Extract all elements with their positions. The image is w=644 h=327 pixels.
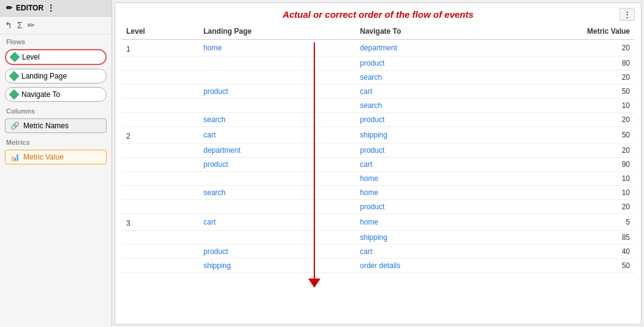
landing-page-link[interactable]: product bbox=[203, 160, 228, 169]
navigate-to-link[interactable]: product bbox=[360, 202, 385, 211]
cell-level bbox=[121, 99, 199, 113]
cell-level bbox=[121, 231, 199, 245]
navigate-to-link[interactable]: shipping bbox=[360, 131, 388, 139]
landing-page-link[interactable]: department bbox=[203, 146, 241, 155]
cell-metric-value: 20 bbox=[493, 40, 635, 56]
cell-metric-value: 10 bbox=[493, 99, 635, 113]
cell-landing-page: product bbox=[199, 158, 355, 172]
diamond-icon-navigate-to bbox=[9, 90, 20, 100]
cell-level bbox=[121, 186, 199, 200]
navigate-to-link[interactable]: search bbox=[360, 73, 382, 82]
cell-metric-value: 80 bbox=[493, 56, 635, 71]
diamond-icon-landing-page bbox=[9, 71, 20, 82]
cell-level: 3 bbox=[121, 214, 199, 231]
cell-level bbox=[121, 172, 199, 186]
cell-navigate-to: product bbox=[355, 113, 493, 127]
navigate-to-link[interactable]: product bbox=[360, 115, 385, 124]
cell-metric-value: 20 bbox=[493, 200, 635, 214]
cell-navigate-to: product bbox=[355, 56, 493, 71]
cell-metric-value: 40 bbox=[493, 245, 635, 259]
navigate-to-link[interactable]: home bbox=[360, 218, 379, 226]
table-row: product20 bbox=[121, 200, 635, 214]
cell-landing-page: search bbox=[199, 113, 355, 127]
cell-navigate-to: department bbox=[355, 40, 493, 56]
cell-metric-value: 50 bbox=[493, 127, 635, 144]
flow-item-navigate-to[interactable]: Navigate To bbox=[5, 87, 107, 102]
cell-landing-page: cart bbox=[199, 214, 355, 231]
cell-navigate-to: home bbox=[355, 214, 493, 231]
cell-level bbox=[121, 259, 199, 273]
cell-metric-value: 90 bbox=[493, 158, 635, 172]
landing-page-link[interactable]: product bbox=[203, 87, 228, 96]
cell-landing-page: home bbox=[199, 40, 355, 56]
navigate-to-link[interactable]: search bbox=[360, 101, 382, 110]
sidebar: ✏ EDITOR ⋮ ↰ Σ ✏ Flows Level Landing Pag… bbox=[0, 0, 112, 327]
sigma-icon[interactable]: Σ bbox=[17, 20, 23, 30]
table-row: productcart50 bbox=[121, 85, 635, 99]
cell-metric-value: 10 bbox=[493, 172, 635, 186]
flow-item-landing-page-label: Landing Page bbox=[21, 72, 67, 80]
table-row: departmentproduct20 bbox=[121, 144, 635, 158]
diamond-icon-level bbox=[10, 52, 20, 63]
flow-item-navigate-to-label: Navigate To bbox=[21, 90, 60, 99]
landing-page-link[interactable]: cart bbox=[203, 218, 216, 226]
cell-level bbox=[121, 144, 199, 158]
main-panel: Actual or correct order of the flow of e… bbox=[115, 2, 642, 325]
table-header-row: Level Landing Page Navigate To Metric Va… bbox=[121, 23, 635, 40]
navigate-to-link[interactable]: home bbox=[360, 174, 379, 183]
cell-navigate-to: search bbox=[355, 71, 493, 85]
table-row: product80 bbox=[121, 56, 635, 71]
col-item-metric-names-label: Metric Names bbox=[23, 121, 69, 130]
cell-level: 1 bbox=[121, 40, 199, 56]
navigate-to-link[interactable]: department bbox=[360, 44, 398, 52]
landing-page-link[interactable]: cart bbox=[203, 131, 216, 139]
landing-page-link[interactable]: home bbox=[203, 44, 222, 52]
cell-metric-value: 20 bbox=[493, 71, 635, 85]
landing-page-link[interactable]: search bbox=[203, 188, 225, 197]
navigate-to-link[interactable]: home bbox=[360, 188, 379, 197]
cell-landing-page: department bbox=[199, 144, 355, 158]
navigate-to-link[interactable]: order details bbox=[360, 261, 401, 270]
cell-metric-value: 20 bbox=[493, 144, 635, 158]
metric-item-value-label: Metric Value bbox=[23, 153, 64, 161]
cell-level bbox=[121, 71, 199, 85]
cell-level bbox=[121, 85, 199, 99]
landing-page-link[interactable]: product bbox=[203, 247, 228, 256]
navigate-to-link[interactable]: cart bbox=[360, 247, 373, 256]
col-item-metric-names[interactable]: 🔗 Metric Names bbox=[5, 118, 107, 133]
cell-landing-page: product bbox=[199, 245, 355, 259]
cell-navigate-to: order details bbox=[355, 259, 493, 273]
cell-landing-page bbox=[199, 71, 355, 85]
cell-landing-page bbox=[199, 200, 355, 214]
sidebar-more-icon[interactable]: ⋮ bbox=[47, 4, 55, 12]
navigate-to-link[interactable]: cart bbox=[360, 160, 373, 169]
landing-page-link[interactable]: search bbox=[203, 115, 225, 124]
cell-metric-value: 50 bbox=[493, 85, 635, 99]
navigate-to-link[interactable]: product bbox=[360, 146, 385, 155]
metric-item-value[interactable]: 📊 Metric Value bbox=[5, 150, 107, 164]
main-more-button[interactable]: ⋮ bbox=[619, 8, 635, 21]
navigate-to-link[interactable]: product bbox=[360, 59, 385, 67]
col-header-navigate-to: Navigate To bbox=[355, 23, 493, 40]
cell-landing-page bbox=[199, 231, 355, 245]
cell-landing-page bbox=[199, 99, 355, 113]
navigate-to-link[interactable]: cart bbox=[360, 87, 373, 96]
cell-metric-value: 50 bbox=[493, 259, 635, 273]
flow-item-landing-page[interactable]: Landing Page bbox=[5, 69, 107, 83]
sidebar-header: ✏ EDITOR ⋮ bbox=[0, 0, 112, 17]
edit-icon[interactable]: ✏ bbox=[28, 20, 35, 30]
navigate-to-link[interactable]: shipping bbox=[360, 233, 388, 242]
table-row: 1homedepartment20 bbox=[121, 40, 635, 56]
undo-icon[interactable]: ↰ bbox=[5, 20, 12, 30]
landing-page-link[interactable]: shipping bbox=[203, 261, 231, 270]
cell-navigate-to: cart bbox=[355, 158, 493, 172]
table-row: 3carthome5 bbox=[121, 214, 635, 231]
pencil-icon: ✏ bbox=[6, 4, 12, 12]
table-row: shipping85 bbox=[121, 231, 635, 245]
cell-landing-page: cart bbox=[199, 127, 355, 144]
cell-level bbox=[121, 158, 199, 172]
table-container: Level Landing Page Navigate To Metric Va… bbox=[115, 23, 641, 324]
flow-item-level[interactable]: Level bbox=[5, 49, 107, 65]
cell-landing-page: search bbox=[199, 186, 355, 200]
cell-navigate-to: shipping bbox=[355, 231, 493, 245]
